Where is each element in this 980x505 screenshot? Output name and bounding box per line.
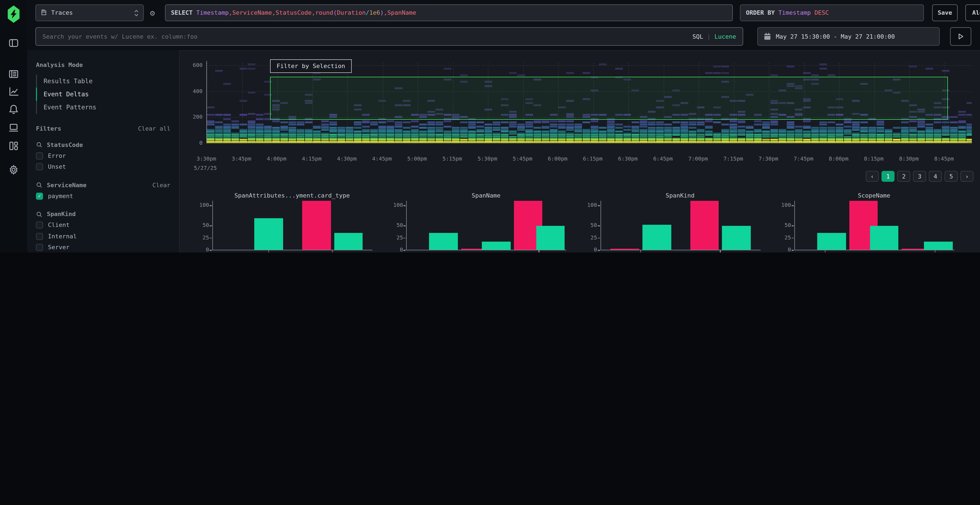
sql-token: DESC xyxy=(811,9,829,16)
search-icon xyxy=(36,182,43,188)
sql-token: , xyxy=(312,9,315,16)
sql-token: ) xyxy=(380,9,383,16)
mini-chart-plot xyxy=(406,201,566,250)
page-button-1[interactable]: 1 xyxy=(881,171,894,182)
save-button[interactable]: Save xyxy=(932,4,958,21)
top-bar: Traces ⚙ SELECT Timestamp,ServiceName,St… xyxy=(27,0,980,51)
filter-groups: StatusCodeErrorUnsetServiceNameClear✓pay… xyxy=(36,139,170,252)
checkbox[interactable] xyxy=(36,152,43,159)
heatmap-y-label: 0 xyxy=(181,140,202,146)
sql-token: StatusCode xyxy=(275,9,312,16)
app-root: ? D Traces ⚙ SELECT Timestamp,ServiceNam… xyxy=(0,0,980,252)
heatmap-selection-rect[interactable] xyxy=(270,77,948,120)
run-query-button[interactable] xyxy=(950,27,971,46)
checkbox[interactable] xyxy=(36,222,43,229)
bar-inlier xyxy=(334,233,363,250)
dashboards-icon[interactable] xyxy=(7,139,20,152)
source-select[interactable]: Traces xyxy=(35,4,144,21)
play-icon xyxy=(958,33,964,40)
panel-toggle-icon[interactable] xyxy=(7,37,20,49)
heatmap-x-label: 3:30pm xyxy=(197,156,216,162)
mini-chart-title: ScopeName xyxy=(794,192,954,199)
sql-token: Timestamp xyxy=(196,9,229,16)
filter-by-selection-tooltip[interactable]: Filter by Selection xyxy=(270,59,352,73)
sql-select-input[interactable]: SELECT Timestamp,ServiceName,StatusCode,… xyxy=(165,4,733,21)
bar-outlier xyxy=(302,201,331,250)
mini-chart-plot xyxy=(600,201,760,250)
sql-token: Timestamp xyxy=(778,9,811,16)
alerts-bell-icon[interactable] xyxy=(7,103,20,116)
source-settings-gear-icon[interactable]: ⚙ xyxy=(148,8,158,18)
mini-chart-title: SpanName xyxy=(406,192,566,199)
sessions-laptop-icon[interactable] xyxy=(7,121,20,134)
checkbox[interactable]: ✓ xyxy=(36,193,43,200)
page-button-5[interactable]: 5 xyxy=(945,171,958,182)
page-prev-button[interactable]: ‹ xyxy=(865,171,879,182)
language-toggle[interactable]: SQL | Lucene xyxy=(692,33,737,40)
logo-bolt-icon[interactable] xyxy=(7,8,20,21)
chart-icon[interactable] xyxy=(7,85,20,98)
clear-all-link[interactable]: Clear all xyxy=(138,125,170,132)
checkbox[interactable] xyxy=(36,244,43,251)
bar-outlier xyxy=(610,249,639,250)
page-button-3[interactable]: 3 xyxy=(913,171,926,182)
heatmap-x-label: 6:00pm xyxy=(548,156,567,162)
analysis-mode-item[interactable]: Results Table xyxy=(37,75,170,87)
search-icon xyxy=(36,141,43,148)
alerts-button[interactable]: Alerts xyxy=(965,4,980,21)
filter-option[interactable]: Internal xyxy=(36,231,170,242)
checkbox[interactable] xyxy=(36,233,43,240)
filter-option-label: Internal xyxy=(48,233,77,240)
pagination: ‹12345› xyxy=(865,171,974,182)
heatmap-x-label: 7:30pm xyxy=(759,156,778,162)
settings-gear-icon[interactable] xyxy=(7,163,20,176)
filter-clear-link[interactable]: Clear xyxy=(153,181,170,189)
analysis-mode-item[interactable]: Event Patterns xyxy=(37,101,170,114)
filter-option[interactable]: Server xyxy=(36,242,170,252)
heatmap-x-label: 8:00pm xyxy=(829,156,848,162)
sql-token: / xyxy=(366,9,369,16)
analysis-mode-list: Results TableEvent DeltasEvent Patterns xyxy=(36,75,170,114)
search-logs-icon[interactable] xyxy=(7,67,20,81)
heatmap-x-label: 6:30pm xyxy=(618,156,638,162)
mini-chart-plot xyxy=(212,201,372,250)
mini-y-label: 25 xyxy=(385,234,403,240)
order-by-input[interactable]: ORDER BY Timestamp DESC xyxy=(740,4,924,21)
heatmap-x-label: 5:00pm xyxy=(407,156,427,162)
heatmap-x-label: 5:45pm xyxy=(512,156,532,162)
mini-y-label: 100 xyxy=(579,202,597,208)
heatmap-x-label: 6:15pm xyxy=(583,156,603,162)
language-sql[interactable]: SQL xyxy=(692,33,703,40)
bar-inlier xyxy=(924,241,953,250)
filter-option[interactable]: ✓payment xyxy=(36,191,170,202)
analysis-mode-item[interactable]: Event Deltas xyxy=(37,87,170,101)
mini-y-label: 0 xyxy=(385,246,403,252)
page-next-button[interactable]: › xyxy=(960,171,974,182)
heatmap-y-label: 600 xyxy=(181,62,202,68)
page-button-4[interactable]: 4 xyxy=(929,171,942,182)
filter-option-label: Error xyxy=(48,152,66,159)
search-input[interactable]: Search your events w/ Lucene ex. column:… xyxy=(35,27,743,46)
filter-option[interactable]: Error xyxy=(36,150,170,161)
search-icon xyxy=(36,211,43,218)
heatmap-x-label: 5:30pm xyxy=(477,156,497,162)
bar-outlier xyxy=(690,201,719,250)
heatmap-x-label: 4:00pm xyxy=(267,156,286,162)
main-content: 6004002000 Filter by Selection 3:30pm3:4… xyxy=(180,50,980,252)
bar-inlier xyxy=(482,241,511,250)
language-lucene[interactable]: Lucene xyxy=(714,33,737,40)
bar-inlier xyxy=(722,226,751,250)
filter-panel: Analysis Mode Results TableEvent DeltasE… xyxy=(27,50,180,252)
heatmap-x-label: 8:45pm xyxy=(934,156,954,162)
date-range-picker[interactable]: May 27 15:30:00 - May 27 21:00:00 xyxy=(757,27,940,46)
mini-y-label: 50 xyxy=(579,222,597,228)
checkbox[interactable] xyxy=(36,164,43,171)
filter-option[interactable]: Unset xyxy=(36,161,170,173)
sql-token: , xyxy=(272,9,275,16)
filter-option[interactable]: Client xyxy=(36,219,170,231)
heatmap-x-label: 4:45pm xyxy=(372,156,392,162)
sql-token: SpanName xyxy=(387,9,416,16)
bar-inlier xyxy=(643,225,671,250)
page-button-2[interactable]: 2 xyxy=(897,171,910,182)
mini-y-label: 25 xyxy=(579,234,597,240)
